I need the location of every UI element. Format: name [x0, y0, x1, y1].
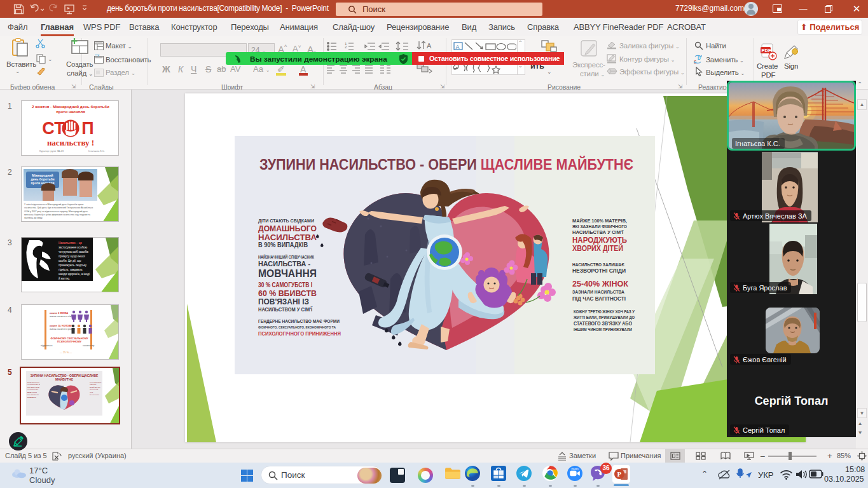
svg-text:zoom: zoom [571, 468, 579, 471]
svg-text:c: c [694, 58, 697, 64]
svg-text:А: А [456, 44, 460, 50]
svg-text:насильству !: насильству ! [47, 138, 94, 147]
svg-text:В 90% ВИПАДКІВ: В 90% ВИПАДКІВ [258, 241, 308, 248]
svg-text:ПСИХОЛОГІЧНОГО ПРИНИЖЕННЯ: ПСИХОЛОГІЧНОГО ПРИНИЖЕННЯ [258, 330, 341, 337]
svg-text:НАСИЛЬСТВА -: НАСИЛЬСТВА - [258, 260, 310, 268]
svg-text:ГЕНДЕРНЕ НАСИЛЬСТВО МАЄ ФОРМИ: ГЕНДЕРНЕ НАСИЛЬСТВО МАЄ ФОРМИ [258, 318, 340, 324]
svg-text:ЖИТТІ БИЛИ, ПРИМУШУВАЛИ ДО: ЖИТТІ БИЛИ, ПРИМУШУВАЛИ ДО [573, 315, 635, 320]
svg-text:30 % САМОГУБСТВ І: 30 % САМОГУБСТВ І [258, 281, 312, 288]
svg-text:ДІТИ СТАЮТЬ СВІДКАМИ: ДІТИ СТАЮТЬ СВІДКАМИ [258, 218, 314, 224]
svg-text:60 % ВБИВСТВ: 60 % ВБИВСТВ [258, 288, 317, 298]
svg-text:2 жовтня - Міжнародний день бо: 2 жовтня - Міжнародний день боротьби [32, 104, 109, 109]
svg-text:ІНШИМ ЧИНОМ ПРИНИЖУВАЛИ: ІНШИМ ЧИНОМ ПРИНИЖУВАЛИ [574, 327, 632, 332]
svg-text:МАЙЖЕ 100% МАТЕРІВ,: МАЙЖЕ 100% МАТЕРІВ, [572, 218, 627, 224]
svg-text:НАЙЗНАЧНІШИЙ СПІВУЧАСНИК: НАЙЗНАЧНІШИЙ СПІВУЧАСНИК [258, 254, 314, 259]
svg-text:НАСИЛЬСТВА У СІМ'Ї: НАСИЛЬСТВА У СІМ'Ї [572, 229, 624, 235]
svg-text:А: А [427, 42, 432, 50]
svg-text:П: П [81, 119, 93, 138]
svg-text:НАСИЛЬСТВОМ У СІМ'Ї: НАСИЛЬСТВОМ У СІМ'Ї [258, 306, 312, 313]
svg-text:НЕЗВОРОТНІ СЛІДИ: НЕЗВОРОТНІ СЛІДИ [572, 267, 626, 274]
svg-text:проти насилля: проти насилля [56, 109, 85, 114]
svg-text:Куратор групи ЗА-23: Куратор групи ЗА-23 [39, 149, 64, 152]
svg-text:НАСИЛЬСТВА: НАСИЛЬСТВА [258, 233, 317, 242]
svg-text:ХВОРИХ ДІТЕЙ: ХВОРИХ ДІТЕЙ [572, 243, 623, 253]
svg-text:ФІЗИЧНОГО, СЕКСУАЛЬНОГО, ЕКОНО: ФІЗИЧНОГО, СЕКСУАЛЬНОГО, ЕКОНОМІЧНОГО ТА [258, 325, 336, 329]
svg-text:Ігнатьєва К.С.: Ігнатьєва К.С. [88, 149, 105, 152]
svg-text:СТАТЕВОГО ЗВ'ЯЗКУ АБО: СТАТЕВОГО ЗВ'ЯЗКУ АБО [574, 320, 632, 327]
svg-text:ПОВ'ЯЗАНІ ІЗ: ПОВ'ЯЗАНІ ІЗ [258, 297, 309, 306]
svg-text:КОЖНУ ТРЕТЮ ЖІНКУ ХОЧ РАЗ У: КОЖНУ ТРЕТЮ ЖІНКУ ХОЧ РАЗ У [574, 309, 635, 314]
svg-text:НАРОДЖУЮТЬ: НАРОДЖУЮТЬ [572, 236, 627, 245]
svg-text:ЯКІ ЗАЗНАЛИ ФІЗИЧНОГО: ЯКІ ЗАЗНАЛИ ФІЗИЧНОГО [572, 224, 627, 229]
svg-text:ПІД ЧАС ВАГІТНОСТІ: ПІД ЧАС ВАГІТНОСТІ [572, 295, 626, 302]
svg-text:ЗАЗНАЛИ НАСИЛЬСТВА: ЗАЗНАЛИ НАСИЛЬСТВА [572, 289, 624, 295]
svg-text:2: 2 [345, 45, 347, 49]
svg-text:СТ: СТ [42, 119, 65, 138]
svg-text:PDF: PDF [762, 48, 771, 53]
svg-text:25-40% ЖІНОК: 25-40% ЖІНОК [572, 279, 628, 288]
svg-text:P: P [617, 470, 622, 478]
svg-text:ДОМАШНЬОГО: ДОМАШНЬОГО [258, 224, 317, 233]
svg-text:МОВЧАННЯ: МОВЧАННЯ [258, 268, 317, 279]
svg-text:ЗУПИНИ НАСИЛЬСТВО - ОБЕРИ ЩАСЛ: ЗУПИНИ НАСИЛЬСТВО - ОБЕРИ ЩАСЛИВЕ МАЙБУТ… [259, 156, 633, 173]
